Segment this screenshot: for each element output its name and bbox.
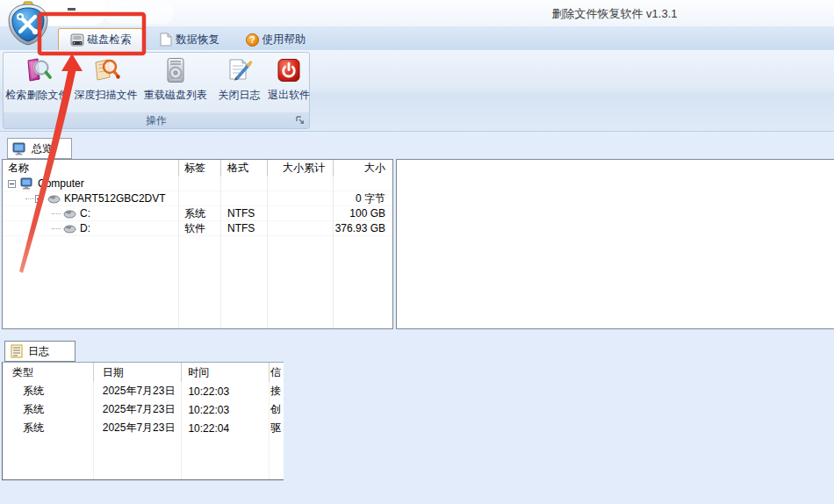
log-type: 系统 [3, 402, 93, 417]
tree-row-computer[interactable]: Computer [3, 176, 392, 191]
exit-software-button[interactable]: 退出软件 [268, 56, 310, 111]
drive-icon [63, 224, 76, 234]
close-log-icon [226, 56, 254, 84]
deep-scan-files-icon [92, 56, 120, 84]
log-row[interactable]: 系统 2025年7月23日 10:22:04 驱 [3, 419, 284, 437]
exit-software-label: 退出软件 [268, 88, 310, 103]
deep-scan-files-label: 深度扫描文件 [75, 88, 138, 103]
tab-log[interactable]: 日志 [4, 341, 75, 362]
quick-access-background-2 [104, 2, 174, 24]
column-header-date[interactable]: 日期 [93, 365, 181, 380]
collapse-icon[interactable] [8, 180, 16, 188]
log-row[interactable]: 系统 2025年7月23日 10:22:03 接 [3, 382, 284, 400]
tab-disk-search[interactable]: 磁盘检索 [58, 28, 143, 50]
column-header-size[interactable]: 大小 [333, 161, 392, 176]
log-row[interactable]: 系统 2025年7月23日 10:22:03 创 [3, 400, 284, 419]
close-log-button[interactable]: 关闭日志 [211, 56, 268, 111]
log-info: 创 [268, 402, 284, 417]
tree-connector [52, 213, 61, 214]
log-table-header: 类型 日期 时间 信 [3, 363, 284, 382]
document-icon [160, 32, 172, 47]
column-header-format[interactable]: 格式 [220, 161, 267, 176]
log-date: 2025年7月23日 [93, 384, 181, 399]
tree-connector [52, 228, 61, 229]
log-table: 类型 日期 时间 信 系统 2025年7月23日 10:22:03 接 系统 2… [2, 362, 284, 480]
tree-row-volume-d[interactable]: D: 软件 NTFS 376.93 GB [3, 221, 392, 236]
reload-disk-list-icon [162, 56, 190, 84]
volume-label: 系统 [178, 206, 220, 221]
tree-row-disk[interactable]: KPART512GBC2DVT 0 字节 [3, 191, 392, 206]
tree-table-header: 名称 标签 格式 大小累计 大小 [3, 160, 392, 176]
column-header-size-total[interactable]: 大小累计 [267, 161, 333, 176]
column-header-type[interactable]: 类型 [3, 365, 93, 380]
volume-format: NTFS [220, 207, 267, 220]
log-time: 10:22:03 [180, 404, 268, 416]
help-icon: ? [246, 33, 259, 47]
log-type: 系统 [3, 384, 93, 399]
titlebar: 删除文件恢复软件 v1.3.1 [0, 0, 834, 26]
log-time: 10:22:03 [180, 385, 268, 398]
disk-tree-table: 名称 标签 格式 大小累计 大小 Computer [2, 159, 393, 329]
log-type: 系统 [3, 421, 93, 436]
tree-item-name: C: [80, 207, 90, 220]
tree-item-name: KPART512GBC2DVT [64, 192, 166, 205]
tab-data-recovery-label: 数据恢复 [176, 32, 219, 47]
ribbon-tabstrip: 磁盘检索 数据恢复 ? 使用帮助 [0, 26, 834, 50]
log-info: 接 [268, 384, 284, 399]
tree-row-volume-c[interactable]: C: 系统 NTFS 100 GB [3, 206, 392, 221]
disk-icon [70, 33, 84, 47]
column-header-name[interactable]: 名称 [3, 161, 178, 176]
tab-disk-search-label: 磁盘检索 [88, 32, 132, 47]
svg-text:?: ? [249, 35, 255, 45]
deep-scan-files-button[interactable]: 深度扫描文件 [71, 56, 140, 111]
column-header-info[interactable]: 信 [268, 365, 284, 380]
power-icon [275, 56, 303, 84]
tree-item-name: Computer [38, 177, 84, 190]
tree-item-name: D: [80, 222, 90, 234]
tab-data-recovery[interactable]: 数据恢复 [153, 29, 226, 50]
volume-format: NTFS [220, 222, 267, 234]
tree-item-size: 0 字节 [333, 191, 392, 206]
ribbon: 检索删除文件 深度扫描文件 重载磁盘列表 [0, 50, 834, 132]
drive-icon [47, 194, 61, 204]
column-header-label[interactable]: 标签 [178, 161, 220, 176]
volume-size: 376.93 GB [333, 222, 392, 234]
log-date: 2025年7月23日 [93, 402, 181, 417]
tab-overview[interactable]: 总览 [7, 138, 72, 159]
search-deleted-files-label: 检索删除文件 [6, 88, 69, 103]
tab-help[interactable]: ? 使用帮助 [239, 29, 313, 50]
ribbon-group-operations: 检索删除文件 深度扫描文件 重载磁盘列表 [3, 52, 310, 129]
tab-log-label: 日志 [28, 344, 49, 359]
volume-size: 100 GB [333, 207, 392, 220]
titlebar-dash [68, 8, 75, 11]
detail-panel [396, 159, 834, 329]
app-logo-icon[interactable] [5, 1, 51, 47]
log-icon [11, 344, 23, 358]
volume-label: 软件 [178, 221, 220, 236]
drive-icon [63, 209, 76, 219]
close-log-label: 关闭日志 [219, 88, 261, 103]
column-header-time[interactable]: 时间 [180, 365, 268, 380]
search-deleted-files-icon [24, 56, 52, 84]
group-label: 操作 [4, 112, 309, 128]
log-time: 10:22:04 [180, 422, 268, 435]
log-date: 2025年7月23日 [93, 421, 181, 436]
log-info: 驱 [268, 421, 284, 436]
search-deleted-files-button[interactable]: 检索删除文件 [4, 56, 71, 111]
tab-overview-label: 总览 [32, 141, 53, 156]
tab-help-label: 使用帮助 [262, 32, 306, 47]
collapse-icon[interactable] [35, 195, 43, 203]
tree-connector [25, 198, 34, 199]
computer-icon [20, 177, 34, 190]
dialog-launcher-icon[interactable] [294, 114, 306, 126]
reload-disk-list-label: 重载磁盘列表 [144, 88, 207, 103]
reload-disk-list-button[interactable]: 重载磁盘列表 [140, 56, 211, 111]
window-title: 删除文件恢复软件 v1.3.1 [527, 6, 702, 22]
overview-icon [12, 142, 27, 155]
